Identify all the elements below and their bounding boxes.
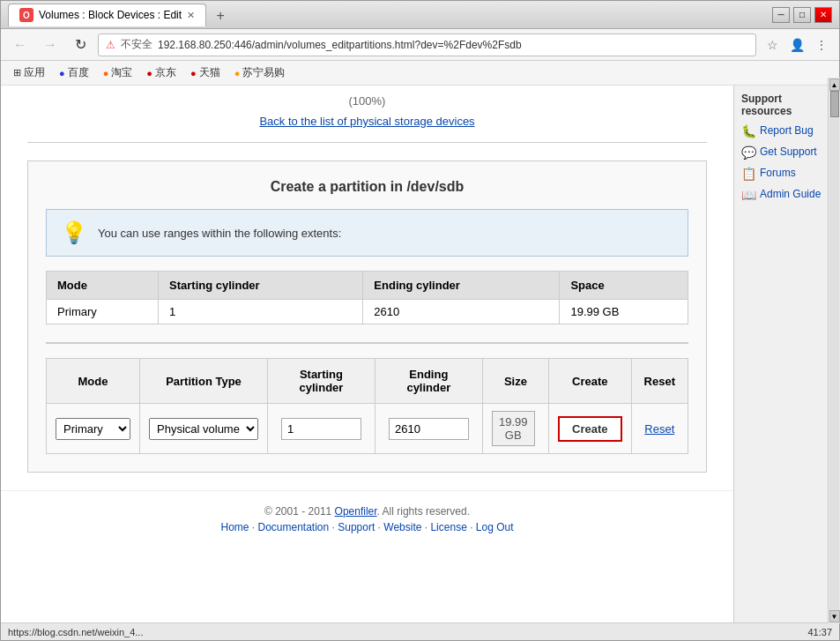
maximize-button[interactable]: □: [793, 7, 811, 23]
bug-icon: 🐛: [741, 124, 756, 138]
scroll-thumb[interactable]: [830, 91, 839, 117]
content-panel: (100%) Back to the list of physical stor…: [1, 86, 733, 622]
tab-close-button[interactable]: ✕: [187, 10, 195, 21]
bookmark-taobao-label: 淘宝: [111, 65, 132, 80]
sidebar-title: Support resources: [741, 93, 832, 117]
form-header-partition-type: Partition Type: [140, 359, 268, 404]
admin-guide-link[interactable]: Admin Guide: [760, 188, 821, 200]
active-tab[interactable]: O Volumes : Block Devices : Edit ✕: [8, 4, 206, 26]
ending-cylinder-cell: [375, 404, 482, 454]
taobao-icon: ●: [103, 68, 109, 78]
bookmark-suning[interactable]: ● 苏宁易购: [229, 63, 291, 82]
bookmark-baidu-label: 百度: [68, 65, 89, 80]
refresh-button[interactable]: ↻: [68, 33, 93, 57]
window-controls: ─ □ ✕: [772, 7, 832, 23]
copyright-text: © 2001 - 2011 Openfiler. All rights rese…: [15, 505, 719, 518]
minimize-button[interactable]: ─: [772, 7, 790, 23]
bookmark-apps[interactable]: ⊞ 应用: [8, 63, 50, 82]
account-button[interactable]: 👤: [786, 34, 807, 56]
back-link[interactable]: Back to the list of physical storage dev…: [259, 115, 474, 128]
form-row: Primary Extended Logical Physical volume: [47, 404, 688, 454]
size-cell: 19.99 GB: [482, 404, 548, 454]
extents-header-ending: Ending cylinder: [363, 272, 560, 300]
bookmark-button[interactable]: ☆: [762, 34, 783, 56]
extents-header-starting: Starting cylinder: [159, 272, 363, 300]
forums-icon: 📋: [741, 167, 756, 181]
status-bar: https://blog.csdn.net/weixin_4... 41:37: [1, 622, 839, 640]
footer-documentation[interactable]: Documentation: [258, 521, 330, 533]
extents-header-mode: Mode: [47, 272, 159, 300]
footer-logout[interactable]: Log Out: [476, 521, 514, 533]
form-section: Mode Partition Type Startingcylinder End…: [46, 342, 688, 454]
create-cell: Create: [549, 404, 631, 454]
reset-link[interactable]: Reset: [644, 422, 674, 436]
footer-sep1: ·: [252, 521, 258, 533]
security-label: 不安全: [121, 37, 152, 52]
menu-button[interactable]: ⋮: [811, 34, 832, 56]
jd-icon: ●: [146, 68, 152, 78]
bookmark-tianmao-label: 天猫: [199, 65, 220, 80]
address-actions: ☆ 👤 ⋮: [762, 34, 832, 56]
close-button[interactable]: ✕: [814, 7, 832, 23]
footer-license[interactable]: License: [430, 521, 466, 533]
starting-cylinder-cell: [268, 404, 375, 454]
back-button[interactable]: ←: [8, 33, 33, 57]
extents-space: 19.99 GB: [560, 300, 688, 324]
create-button[interactable]: Create: [558, 416, 621, 442]
extents-row: Primary 1 2610 19.99 GB: [47, 300, 688, 324]
get-support-link[interactable]: Get Support: [760, 145, 817, 158]
bookmarks-bar: ⊞ 应用 ● 百度 ● 淘宝 ● 京东 ● 天猫 ● 苏宁易购: [1, 61, 839, 86]
scrollbar[interactable]: ▲ ▼: [828, 86, 839, 622]
apps-icon: ⊞: [13, 67, 21, 78]
tab-title: Volumes : Block Devices : Edit: [39, 9, 182, 21]
bulb-icon: 💡: [61, 220, 87, 245]
baidu-icon: ●: [59, 68, 65, 78]
extents-ending: 2610: [363, 300, 560, 324]
bookmark-tianmao[interactable]: ● 天猫: [185, 63, 226, 82]
nav-bar: ← → ↻ ⚠ 不安全 192.168.80.250:446/admin/vol…: [1, 29, 839, 61]
footer-links: Home · Documentation · Support · Website…: [15, 521, 719, 533]
partition-type-select[interactable]: Physical volume Swap Linux: [149, 418, 258, 440]
form-header-mode: Mode: [47, 359, 140, 404]
extents-starting: 1: [159, 300, 363, 324]
bookmark-jingdong[interactable]: ● 京东: [141, 63, 182, 82]
new-tab-button[interactable]: +: [210, 5, 231, 26]
bookmark-baidu[interactable]: ● 百度: [54, 63, 94, 82]
sidebar-item-admin-guide[interactable]: 📖 Admin Guide: [741, 188, 832, 202]
size-display: 19.99 GB: [492, 411, 535, 446]
starting-cylinder-input[interactable]: [281, 418, 361, 440]
tab-icon: O: [19, 8, 33, 22]
footer-home[interactable]: Home: [220, 521, 249, 533]
info-box: 💡 You can use ranges within the followin…: [46, 209, 688, 257]
sidebar-item-forums[interactable]: 📋 Forums: [741, 167, 832, 181]
main-scroll-area[interactable]: (100%) Back to the list of physical stor…: [1, 86, 733, 622]
progress-text: (100%): [27, 94, 707, 108]
back-link-container: Back to the list of physical storage dev…: [27, 115, 707, 128]
forums-link[interactable]: Forums: [760, 167, 796, 179]
sidebar-item-report-bug[interactable]: 🐛 Report Bug: [741, 124, 832, 138]
info-text: You can use ranges within the following …: [98, 227, 341, 240]
sidebar: Support resources 🐛 Report Bug 💬 Get Sup…: [733, 86, 839, 622]
mode-select[interactable]: Primary Extended Logical: [56, 418, 130, 440]
bookmark-suning-label: 苏宁易购: [242, 65, 285, 80]
form-header-create: Create: [549, 359, 631, 404]
bookmark-apps-label: 应用: [24, 65, 45, 80]
status-time: 41:37: [807, 627, 832, 637]
form-header-size: Size: [482, 359, 548, 404]
page-footer: © 2001 - 2011 Openfiler. All rights rese…: [1, 490, 733, 548]
support-icon: 💬: [741, 145, 756, 160]
extents-mode: Primary: [47, 300, 159, 324]
sidebar-item-get-support[interactable]: 💬 Get Support: [741, 145, 832, 160]
bookmark-taobao[interactable]: ● 淘宝: [98, 63, 138, 82]
report-bug-link[interactable]: Report Bug: [760, 124, 814, 137]
scroll-down-button[interactable]: ▼: [829, 610, 840, 622]
forward-button[interactable]: →: [38, 33, 63, 57]
address-bar[interactable]: ⚠ 不安全 192.168.80.250:446/admin/volumes_e…: [98, 34, 756, 56]
suning-icon: ●: [234, 68, 241, 78]
footer-sep5: ·: [470, 521, 476, 533]
ending-cylinder-input[interactable]: [389, 418, 469, 440]
footer-website[interactable]: Website: [383, 521, 421, 533]
openfiler-link[interactable]: Openfiler: [335, 505, 377, 518]
divider: [27, 142, 707, 143]
footer-support[interactable]: Support: [338, 521, 375, 533]
